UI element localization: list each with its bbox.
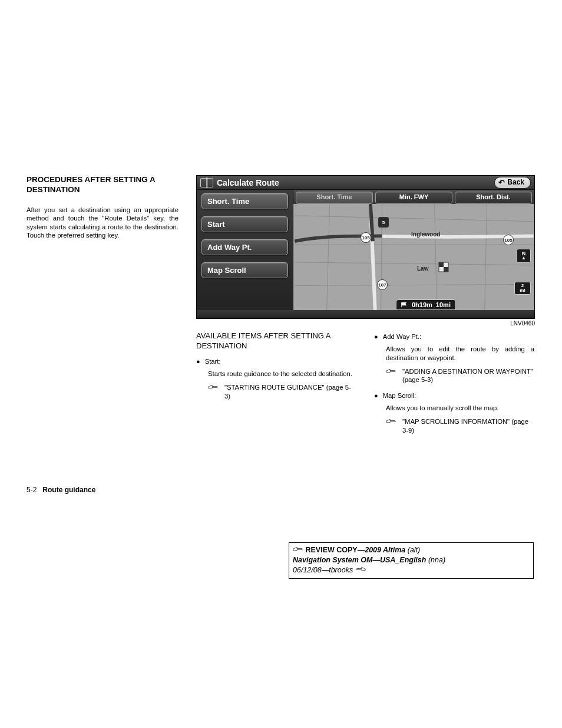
review-l1a: REVIEW COPY— <box>305 546 365 554</box>
back-label: Back <box>507 178 524 186</box>
map-label-lawndale: Law <box>417 265 428 272</box>
item-start-label: Start: <box>205 357 356 366</box>
subheading: AVAILABLE ITEMS AFTER SETTING A DESTINAT… <box>196 331 356 351</box>
scale-unit: mi <box>520 288 525 293</box>
item-add-label: Add Way Pt.: <box>383 332 534 341</box>
side-panel: Short. Time Start Add Way Pt. Map Scroll <box>197 190 293 310</box>
item-start-ref: "STARTING ROUTE GUIDANCE" (page 5-3) <box>224 383 356 400</box>
bullet-icon: ● <box>374 332 378 341</box>
review-copy-box: REVIEW COPY—2009 Altima (alt) Navigation… <box>289 542 534 579</box>
review-l1c: (alt) <box>408 546 421 554</box>
scale-indicator[interactable]: 2 mi <box>514 282 531 295</box>
flag-icon <box>401 302 408 308</box>
item-start-desc: Starts route guidance to the selected de… <box>208 370 356 378</box>
status-distance: 10mi <box>436 301 451 308</box>
section-name: Route guidance <box>42 486 95 494</box>
tab-short-time[interactable]: Short. Time <box>296 192 373 204</box>
route-type-tabs: Short. Time Min. FWY Short. Dist. <box>293 190 534 204</box>
page-footer: 5-2 Route guidance <box>27 486 95 494</box>
review-l2a: Navigation System OM—USA_English <box>293 556 426 564</box>
screen-title: Calculate Route <box>217 178 494 187</box>
tab-short-dist[interactable]: Short. Dist. <box>455 192 532 204</box>
shield-105-a: 105 <box>361 232 371 243</box>
side-btn-add-waypoint[interactable]: Add Way Pt. <box>201 239 288 255</box>
hand-left-icon <box>355 565 366 575</box>
split-view-icon <box>200 178 213 187</box>
svg-rect-1 <box>295 204 533 310</box>
image-caption: LNV0460 <box>196 320 535 327</box>
reference-icon <box>386 367 396 377</box>
nav-screenshot: Calculate Route ↶ Back Short. Time Start… <box>196 175 535 319</box>
bullet-icon: ● <box>374 391 378 400</box>
reference-icon <box>208 383 219 393</box>
destination-icon <box>438 262 449 272</box>
item-add-desc: Allows you to edit the route by adding a… <box>386 345 534 362</box>
tab-min-fwy[interactable]: Min. FWY <box>375 192 452 204</box>
titlebar: Calculate Route ↶ Back <box>197 176 534 190</box>
item-add-ref: "ADDING A DESTINATION OR WAYPOINT" (page… <box>402 367 534 384</box>
reference-icon <box>386 417 396 427</box>
bullet-icon: ● <box>196 357 200 366</box>
item-scroll-ref: "MAP SCROLLING INFORMATION" (page 3-9) <box>402 417 534 434</box>
back-button[interactable]: ↶ Back <box>494 177 531 189</box>
shield-i5: 5 <box>378 217 389 228</box>
side-btn-short-time[interactable]: Short. Time <box>201 193 288 209</box>
route-status: 0h19m 10mi <box>396 299 456 310</box>
compass-icon[interactable] <box>517 249 531 263</box>
intro-paragraph: After you set a destination using an app… <box>27 206 178 240</box>
shield-105-b: 105 <box>503 235 514 245</box>
review-l1b: 2009 Altima <box>365 546 405 554</box>
bottom-bar <box>197 310 534 318</box>
side-btn-start[interactable]: Start <box>201 216 288 232</box>
page-number: 5-2 <box>27 486 37 494</box>
shield-107: 107 <box>377 279 388 290</box>
map-label-inglewood: Inglewood <box>411 231 440 238</box>
side-btn-map-scroll[interactable]: Map Scroll <box>201 262 288 278</box>
review-l3: 06/12/08—tbrooks <box>293 566 353 574</box>
hand-right-icon <box>293 545 303 555</box>
section-heading: PROCEDURES AFTER SETTING A DESTINATION <box>27 175 178 195</box>
item-scroll-label: Map Scroll: <box>383 391 534 400</box>
status-time: 0h19m <box>412 301 432 308</box>
map-area: Short. Time Min. FWY Short. Dist. <box>293 190 534 310</box>
review-l2b: (nna) <box>428 556 445 564</box>
back-arrow-icon: ↶ <box>498 178 505 187</box>
item-scroll-desc: Allows you to manually scroll the map. <box>386 404 534 413</box>
map-canvas: 5 105 105 107 Inglewood Law 2 mi 0h19m <box>293 204 534 310</box>
